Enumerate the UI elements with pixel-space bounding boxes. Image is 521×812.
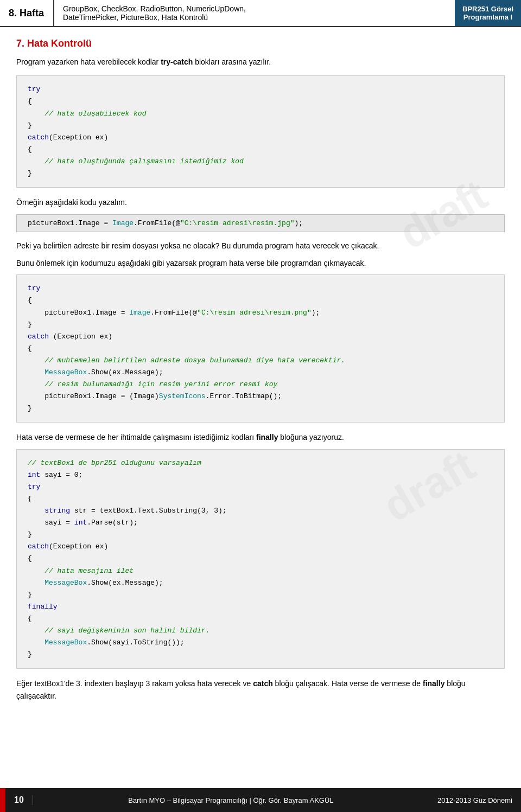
code-single-dot: .FromFile(@ xyxy=(134,219,180,227)
cb3-close2: } xyxy=(28,591,32,599)
cb2-sysicons: SystemIcons xyxy=(159,392,206,400)
code1-open2: { xyxy=(28,145,32,154)
header-topics-text: GroupBox, CheckBox, RadioButton, Numeric… xyxy=(63,4,246,22)
cb2-error: .Error.ToBitmap(); xyxy=(206,392,282,400)
code-highlight-single: pictureBox1.Image = Image.FromFile(@"C:\… xyxy=(16,214,505,232)
cb3-open3: { xyxy=(28,615,32,623)
example-label-text: Örneğin aşağıdaki kodu yazalım. xyxy=(16,198,127,207)
cb3-comment3: // sayi değişkeninin son halini bildir. xyxy=(28,626,209,635)
page-header: 8. Hafta GroupBox, CheckBox, RadioButton… xyxy=(0,0,521,27)
body3-before: Hata verse de vermese de her ihtimalde ç… xyxy=(16,433,256,442)
cb2-fromfile: .FromFile(@ xyxy=(150,309,197,317)
cb3-str: str = textBox1.Text.Substring(3, 3); xyxy=(70,507,227,515)
header-week: 8. Hafta xyxy=(0,0,54,26)
cb3-close1: } xyxy=(28,530,32,539)
body4-bold1: catch xyxy=(253,679,273,688)
cb2-path: "C:\resim adresi\resim.png" xyxy=(197,309,312,317)
code1-comment2: // hata oluştuğunda çalışmasını istediği… xyxy=(28,157,244,165)
cb3-open2: { xyxy=(28,554,32,562)
body4-text: Eğer textBox1'de 3. indexten başlayıp 3 … xyxy=(16,679,253,688)
code-single-pb: pictureBox1.Image = xyxy=(28,219,112,227)
cb3-string: string xyxy=(28,507,70,515)
body-text-4: Eğer textBox1'de 3. indexten başlayıp 3 … xyxy=(16,677,505,702)
header-course: BPR251 Görsel Programlama I xyxy=(455,0,521,26)
cb3-show2: .Show(sayi.ToString()); xyxy=(87,638,184,647)
body1-text: Peki ya belirtilen adreste bir resim dos… xyxy=(16,241,379,250)
code1-comment1: // hata oluşabilecek kod xyxy=(28,110,146,118)
cb3-close3: } xyxy=(28,650,32,658)
cb3-parse: .Parse(str); xyxy=(87,519,138,527)
code1-try: try xyxy=(28,85,40,93)
code-block-3: // textBox1 de bpr251 olduğunu varsayalı… xyxy=(16,449,505,669)
cb3-sayi2: sayi = xyxy=(28,519,74,527)
code1-catch: catch xyxy=(28,133,49,142)
cb2-show1: .Show(ex.Message); xyxy=(87,368,163,376)
code1-catch-params: (Exception ex) xyxy=(49,133,108,142)
header-course-text: BPR251 Görsel Programlama I xyxy=(462,5,513,21)
cb3-msgbox1: MessageBox xyxy=(28,579,87,587)
cb2-comment1: // muhtemelen belirtilen adreste dosya b… xyxy=(28,356,345,365)
code1-close2: } xyxy=(28,169,32,177)
cb2-semi: ); xyxy=(312,309,320,317)
cb2-msgbox1: MessageBox xyxy=(28,368,87,376)
cb3-int: int xyxy=(28,471,40,479)
footer-year: 2012-2013 Güz Dönemi xyxy=(429,796,521,804)
cb2-catch: catch xyxy=(28,333,49,341)
section-title-text: 7. Hata Kontrolü xyxy=(16,38,92,49)
code-block-2: try { pictureBox1.Image = Image.FromFile… xyxy=(16,274,505,423)
body4-bold2: finally xyxy=(423,679,444,688)
body-text-3: Hata verse de vermese de her ihtimalde ç… xyxy=(16,431,505,443)
intro-text-before: Program yazarken hata verebilecek kodlar xyxy=(16,57,161,66)
intro-bold: try-catch xyxy=(161,57,193,66)
body-text-2: Bunu önlemek için kodumuzu aşağıdaki gib… xyxy=(16,257,505,269)
cb3-int2: int xyxy=(74,519,87,527)
main-content: 7. Hata Kontrolü Program yazarken hata v… xyxy=(0,27,521,740)
cb2-catch-params: (Exception ex) xyxy=(49,333,112,341)
cb2-open2: { xyxy=(28,344,32,353)
cb3-finally: finally xyxy=(28,603,58,611)
code-block-1: try { // hata oluşabilecek kod } catch(E… xyxy=(16,75,505,188)
cb2-close2: } xyxy=(28,404,32,412)
cb3-show1: .Show(ex.Message); xyxy=(87,579,163,587)
cb2-image: Image xyxy=(129,309,150,317)
footer-center-text: Bartın MYO – Bilgisayar Programcılığı | … xyxy=(33,796,429,804)
body-text-1: Peki ya belirtilen adreste bir resim dos… xyxy=(16,240,505,252)
cb3-sayi: sayi = 0; xyxy=(40,471,82,479)
code-single-end: ); xyxy=(295,219,303,227)
code1-close1: } xyxy=(28,122,32,130)
cb2-close1: } xyxy=(28,321,32,329)
body2-text: Bunu önlemek için kodumuzu aşağıdaki gib… xyxy=(16,259,366,267)
body3-after: bloğuna yazıyoruz. xyxy=(278,433,344,442)
intro-text-after: blokları arasına yazılır. xyxy=(193,57,271,66)
intro-paragraph: Program yazarken hata verebilecek kodlar… xyxy=(16,56,505,68)
cb3-comment1: // textBox1 de bpr251 olduğunu varsayalı… xyxy=(28,459,201,467)
cb3-open1: { xyxy=(28,495,32,503)
cb3-msgbox2: MessageBox xyxy=(28,638,87,647)
cb3-catchparam: (Exception ex) xyxy=(49,542,108,551)
cb2-comment2: // resim bulunamadığı için resim yerini … xyxy=(28,380,277,388)
body4-mid: bloğu çalışacak. Hata verse de vermese d… xyxy=(273,679,423,688)
header-topics: GroupBox, CheckBox, RadioButton, Numeric… xyxy=(54,0,455,26)
cb2-try: try xyxy=(28,284,40,292)
example-label: Örneğin aşağıdaki kodu yazalım. xyxy=(16,196,505,208)
cb3-catch: catch xyxy=(28,542,49,551)
cb2-pb: pictureBox1.Image = xyxy=(28,309,129,317)
section-title: 7. Hata Kontrolü xyxy=(16,38,505,49)
footer-red-bar xyxy=(0,788,5,812)
header-week-label: 8. Hafta xyxy=(9,8,44,19)
page-footer: 10 Bartın MYO – Bilgisayar Programcılığı… xyxy=(0,788,521,812)
code-single-image: Image xyxy=(112,219,134,227)
cb3-comment2: // hata mesajını ilet xyxy=(28,567,134,575)
cb2-open1: { xyxy=(28,296,32,304)
cb2-pb2: pictureBox1.Image = (Image) xyxy=(28,392,159,400)
footer-page-number: 10 xyxy=(5,795,33,805)
cb3-try: try xyxy=(28,483,40,491)
body3-bold: finally xyxy=(256,433,278,442)
code-single-path: "C:\resim adresi\resim.jpg" xyxy=(180,219,295,227)
code1-open1: { xyxy=(28,97,32,105)
